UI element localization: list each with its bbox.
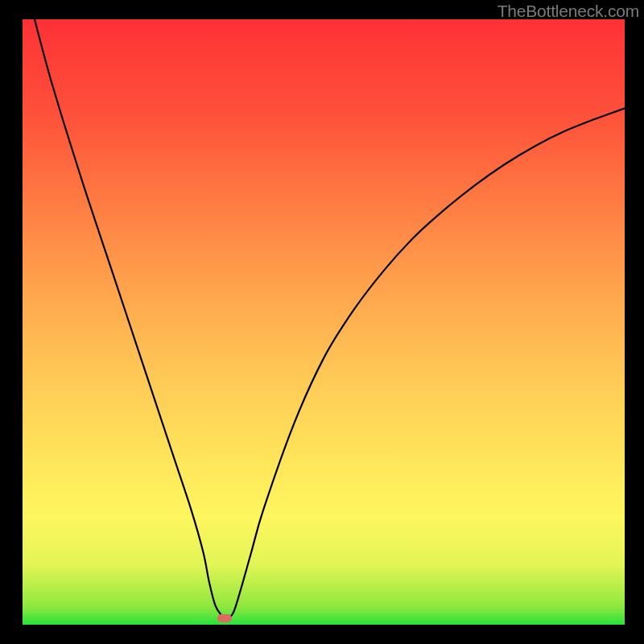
optimum-marker xyxy=(217,614,232,622)
attribution-text: TheBottleneck.com xyxy=(497,2,639,21)
bottleneck-curve xyxy=(23,19,625,625)
chart-plot-area xyxy=(23,19,625,625)
